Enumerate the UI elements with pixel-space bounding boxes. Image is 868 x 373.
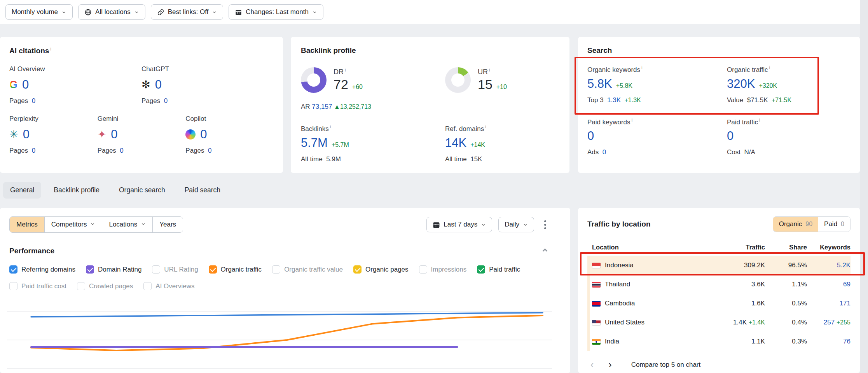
checkbox-organic-traffic-value[interactable]: Organic traffic value xyxy=(272,265,343,274)
location-cell: United States xyxy=(592,319,697,326)
ai-pages-value[interactable]: 0 xyxy=(120,147,123,154)
checkbox-box[interactable] xyxy=(209,265,217,274)
filter-button-monthly-volume[interactable]: Monthly volume xyxy=(5,4,73,20)
ai-source-name: Gemini xyxy=(98,115,186,123)
filter-button-best-links-off[interactable]: Best links: Off xyxy=(151,4,224,20)
checkbox-paid-traffic-cost[interactable]: Paid traffic cost xyxy=(9,282,66,290)
info-icon[interactable]: i xyxy=(330,124,331,129)
page-scrollbar[interactable] xyxy=(860,0,868,373)
url-rating-donut xyxy=(445,67,471,93)
info-icon[interactable]: i xyxy=(50,46,51,52)
filter-button-changes-last-month[interactable]: Changes: Last month xyxy=(229,4,323,20)
checkbox-box[interactable] xyxy=(9,265,17,274)
filter-button-all-locations[interactable]: All locations xyxy=(78,4,145,20)
ai-citations-row-1: AI Overview G0 Pages 0ChatGPT ✻0 Pages 0 xyxy=(9,65,274,105)
segment-competitors[interactable]: Competitors xyxy=(44,217,102,232)
segment-metrics[interactable]: Metrics xyxy=(10,217,44,232)
table-row-united-states[interactable]: United States 1.4K +1.4K 0.4% 257 +255 xyxy=(587,313,851,332)
location-name: Thailand xyxy=(605,281,630,288)
ar-value[interactable]: 73,157 xyxy=(312,103,332,110)
compare-top5-label[interactable]: Compare top 5 on chart xyxy=(631,361,701,369)
ai-pages-value[interactable]: 0 xyxy=(164,97,168,105)
info-icon[interactable]: i xyxy=(641,65,643,70)
checkbox-box[interactable] xyxy=(353,265,362,274)
keywords-cell[interactable]: 69 xyxy=(807,281,851,288)
column-share[interactable]: Share xyxy=(765,244,807,251)
info-icon[interactable]: i xyxy=(485,124,486,129)
performance-title: Performance xyxy=(9,247,54,255)
checkbox-label: Organic pages xyxy=(365,266,409,274)
checkbox-box[interactable] xyxy=(86,265,94,274)
backlinks-value[interactable]: 5.7M xyxy=(301,136,328,150)
authority-rank-line: AR 73,157 ▲13,252,713 xyxy=(301,103,445,111)
tab-organic-search[interactable]: Organic search xyxy=(112,182,172,199)
checkbox-domain-rating[interactable]: Domain Rating xyxy=(86,265,141,274)
checkbox-referring-domains[interactable]: Referring domains xyxy=(9,265,75,274)
domain-rating-donut xyxy=(301,67,327,93)
keywords-cell[interactable]: 76 xyxy=(807,338,851,345)
column-keywords[interactable]: Keywords xyxy=(807,244,851,251)
keywords-cell[interactable]: 257 +255 xyxy=(807,319,851,326)
link-icon xyxy=(157,9,164,16)
traffic-location-table-body: Indonesia 309.2K 96.5% 5.2K Thailand 3.6… xyxy=(587,256,851,351)
date-range-button[interactable]: Last 7 days xyxy=(426,217,492,232)
table-row-indonesia[interactable]: Indonesia 309.2K 96.5% 5.2K xyxy=(587,256,851,275)
checkbox-ai-overviews[interactable]: AI Overviews xyxy=(143,282,194,290)
checkbox-box[interactable] xyxy=(143,282,152,290)
more-options-kebab-icon[interactable] xyxy=(544,224,546,226)
tab-general[interactable]: General xyxy=(3,182,41,199)
table-row-cambodia[interactable]: Cambodia 1.6K 0.5% 171 xyxy=(587,294,851,313)
info-icon[interactable]: i xyxy=(489,67,490,73)
column-location[interactable]: Location xyxy=(592,244,697,251)
organic-keywords-value[interactable]: 5.8K xyxy=(587,77,612,91)
checkbox-box[interactable] xyxy=(152,265,160,274)
info-icon[interactable]: i xyxy=(632,117,633,123)
ai-pages-value[interactable]: 0 xyxy=(208,147,211,154)
top3-value[interactable]: 1.3K xyxy=(607,96,621,104)
checkbox-label: Crawled pages xyxy=(89,282,133,290)
organic-traffic-value[interactable]: 320K xyxy=(727,77,755,91)
checkbox-url-rating[interactable]: URL Rating xyxy=(152,265,198,274)
dr-delta: +60 xyxy=(352,84,363,91)
checkbox-paid-traffic[interactable]: Paid traffic xyxy=(477,265,520,274)
ref-domains-value[interactable]: 14K xyxy=(445,136,466,150)
filter-label: Changes: Last month xyxy=(246,8,309,16)
toggle-paid[interactable]: Paid0 xyxy=(818,217,850,232)
info-icon[interactable]: i xyxy=(769,65,770,70)
organic-paid-toggle: Organic90 Paid0 xyxy=(773,216,851,232)
info-icon[interactable]: i xyxy=(345,67,346,73)
toolbar-filters: Monthly volumeAll locationsBest links: O… xyxy=(0,0,860,20)
checkbox-crawled-pages[interactable]: Crawled pages xyxy=(77,282,133,290)
ai-pages-value[interactable]: 0 xyxy=(32,97,35,105)
checkbox-box[interactable] xyxy=(9,282,17,290)
checkbox-box[interactable] xyxy=(419,265,427,274)
paid-keywords-value: 0 xyxy=(587,129,594,143)
checkbox-organic-traffic[interactable]: Organic traffic xyxy=(209,265,262,274)
collapse-chevron-up-icon[interactable] xyxy=(541,246,549,256)
toggle-organic[interactable]: Organic90 xyxy=(773,217,818,232)
checkbox-box[interactable] xyxy=(77,282,85,290)
ai-pages-value[interactable]: 0 xyxy=(32,147,35,154)
performance-chart[interactable] xyxy=(7,298,563,373)
checkbox-box[interactable] xyxy=(477,265,485,274)
checkbox-box[interactable] xyxy=(272,265,280,274)
tab-paid-search[interactable]: Paid search xyxy=(178,182,227,199)
ar-delta: ▲13,252,713 xyxy=(334,103,371,110)
checkbox-label: Domain Rating xyxy=(98,266,141,274)
next-page-chevron-icon[interactable]: › xyxy=(605,360,615,370)
segment-locations[interactable]: Locations xyxy=(102,217,152,232)
checkbox-impressions[interactable]: Impressions xyxy=(419,265,467,274)
filter-label: All locations xyxy=(95,8,131,16)
checkbox-organic-pages[interactable]: Organic pages xyxy=(353,265,409,274)
granularity-button[interactable]: Daily xyxy=(498,217,534,232)
segment-years[interactable]: Years xyxy=(152,217,183,232)
column-traffic[interactable]: Traffic xyxy=(697,244,765,251)
tab-backlink-profile[interactable]: Backlink profile xyxy=(47,182,107,199)
table-row-india[interactable]: India 1.1K 0.3% 76 xyxy=(587,332,851,351)
flag-icon-kh xyxy=(592,301,601,307)
prev-page-chevron-icon[interactable]: ‹ xyxy=(587,360,597,370)
keywords-cell[interactable]: 171 xyxy=(807,300,851,307)
info-icon[interactable]: i xyxy=(759,117,760,123)
keywords-cell[interactable]: 5.2K xyxy=(807,261,851,269)
table-row-thailand[interactable]: Thailand 3.6K 1.1% 69 xyxy=(587,275,851,294)
